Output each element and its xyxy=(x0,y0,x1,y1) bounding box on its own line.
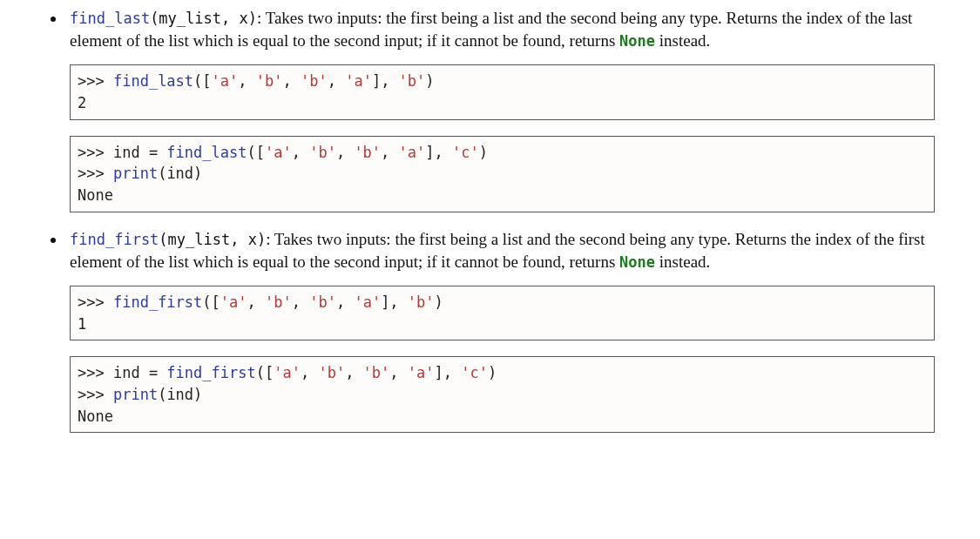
code-text: , xyxy=(389,364,407,381)
string-literal: 'a' xyxy=(408,364,435,381)
code-example-2: >>> ind = find_last(['a', 'b', 'b', 'a']… xyxy=(70,136,935,212)
prompt: >>> ind = xyxy=(78,364,166,381)
string-literal: 'b' xyxy=(318,364,345,381)
string-literal: 'b' xyxy=(408,293,435,311)
desc-text-b: instead. xyxy=(655,31,710,50)
string-literal: 'a' xyxy=(399,144,426,161)
function-signature-name: find_first xyxy=(70,231,159,248)
function-signature-args: (my_list, x) xyxy=(159,231,266,248)
keyword-none: None xyxy=(619,32,655,50)
keyword-none: None xyxy=(619,253,655,271)
call-fn: print xyxy=(113,386,158,403)
code-text: , xyxy=(336,293,354,311)
output-text: 1 xyxy=(78,315,86,333)
string-literal: 'b' xyxy=(301,72,328,90)
code-text: ) xyxy=(479,144,488,161)
spec-description: find_last(my_list, x): Takes two inputs:… xyxy=(70,7,943,52)
function-signature-name: find_last xyxy=(70,10,150,27)
code-text: , xyxy=(345,364,362,381)
code-text: ([ xyxy=(193,72,211,90)
code-text: , xyxy=(282,72,300,90)
code-text: ([ xyxy=(256,364,274,381)
spec-item-find-last: find_last(my_list, x): Takes two inputs:… xyxy=(66,7,943,212)
spec-description: find_first(my_list, x): Takes two inputs… xyxy=(70,228,943,273)
call-fn: find_first xyxy=(166,364,255,381)
code-example-2: >>> ind = find_first(['a', 'b', 'b', 'a'… xyxy=(70,356,935,433)
string-literal: 'a' xyxy=(265,144,292,161)
call-fn: print xyxy=(113,165,158,182)
call-fn: find_last xyxy=(113,72,193,90)
code-text: , xyxy=(381,144,398,161)
string-literal: 'b' xyxy=(399,72,426,90)
code-text: ([ xyxy=(247,144,264,161)
spec-item-find-first: find_first(my_list, x): Takes two inputs… xyxy=(66,228,943,434)
code-text: ) xyxy=(488,364,497,381)
code-text: (ind) xyxy=(158,386,202,403)
prompt: >>> ind = xyxy=(78,144,166,161)
prompt: >>> xyxy=(78,165,113,182)
string-literal: 'b' xyxy=(354,144,381,161)
code-text: , xyxy=(336,144,354,161)
desc-text-b: instead. xyxy=(655,253,710,271)
string-literal: 'b' xyxy=(363,364,390,381)
call-fn: find_last xyxy=(166,144,247,161)
code-text: ], xyxy=(435,364,462,381)
output-text: None xyxy=(78,186,113,204)
code-text: ) xyxy=(425,72,434,90)
output-text: 2 xyxy=(78,94,86,111)
code-text: ) xyxy=(435,293,443,311)
function-spec-list: find_last(my_list, x): Takes two inputs:… xyxy=(37,7,943,433)
string-literal: 'a' xyxy=(274,364,301,381)
code-text: ], xyxy=(372,72,399,90)
prompt: >>> xyxy=(78,72,113,90)
code-example-1: >>> find_first(['a', 'b', 'b', 'a'], 'b'… xyxy=(70,286,935,340)
code-text: ([ xyxy=(202,293,220,311)
string-literal: 'c' xyxy=(461,364,488,381)
string-literal: 'a' xyxy=(354,293,381,311)
string-literal: 'b' xyxy=(309,144,336,161)
code-example-1: >>> find_last(['a', 'b', 'b', 'a'], 'b')… xyxy=(70,64,935,119)
string-literal: 'a' xyxy=(220,293,247,311)
code-text: ], xyxy=(381,293,408,311)
prompt: >>> xyxy=(78,386,113,403)
prompt: >>> xyxy=(78,293,113,311)
function-signature-args: (my_list, x) xyxy=(150,10,257,27)
code-text: , xyxy=(301,364,318,381)
code-text: ], xyxy=(425,144,452,161)
string-literal: 'b' xyxy=(256,72,283,90)
code-text: , xyxy=(328,72,345,90)
string-literal: 'b' xyxy=(309,293,336,311)
code-text: , xyxy=(238,72,255,90)
code-text: , xyxy=(292,144,309,161)
string-literal: 'b' xyxy=(265,293,292,311)
call-fn: find_first xyxy=(113,293,202,311)
output-text: None xyxy=(78,408,113,425)
code-text: (ind) xyxy=(158,165,202,182)
string-literal: 'c' xyxy=(452,144,479,161)
string-literal: 'a' xyxy=(345,72,372,90)
string-literal: 'a' xyxy=(212,72,239,90)
code-text: , xyxy=(292,293,309,311)
code-text: , xyxy=(247,293,265,311)
